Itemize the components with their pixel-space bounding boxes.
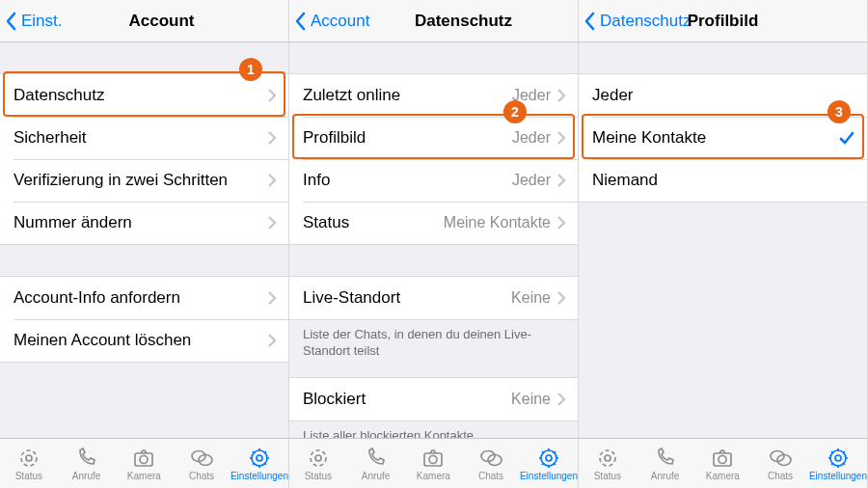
tab-chats[interactable]: Chats — [462, 439, 520, 488]
chevron-right-icon — [556, 89, 566, 102]
group-footer: Liste der Chats, in denen du deinen Live… — [289, 320, 578, 360]
status-icon — [306, 447, 331, 470]
tab-label: Status — [305, 471, 332, 481]
option-jeder[interactable]: Jeder — [579, 74, 867, 117]
row-nummer-aendern[interactable]: Nummer ändern — [0, 202, 288, 244]
check-icon — [838, 129, 855, 147]
chevron-right-icon — [267, 334, 277, 347]
tab-label: Status — [594, 471, 621, 481]
back-label: Account — [311, 12, 369, 31]
tab-anrufe[interactable]: Anrufe — [637, 439, 694, 488]
content: Zuletzt online Jeder Profilbild Jeder In… — [289, 42, 578, 438]
tab-chats[interactable]: Chats — [751, 439, 809, 488]
tab-label: Einstellungen — [520, 471, 578, 481]
row-blockiert[interactable]: Blockiert Keine — [289, 378, 578, 420]
option-label: Meine Kontakte — [592, 128, 838, 148]
svg-point-8 — [311, 450, 326, 466]
row-value: Jeder — [512, 172, 551, 189]
row-live-standort[interactable]: Live-Standort Keine — [289, 277, 578, 319]
svg-point-19 — [719, 455, 726, 463]
option-niemand[interactable]: Niemand — [579, 159, 867, 202]
settings-group-1: Datenschutz Sicherheit Verifizierung in … — [0, 73, 288, 245]
row-profilbild[interactable]: Profilbild Jeder — [289, 117, 578, 159]
option-meine-kontakte[interactable]: Meine Kontakte — [579, 117, 867, 159]
tab-label: Anrufe — [651, 471, 679, 481]
content: Datenschutz Sicherheit Verifizierung in … — [0, 42, 288, 438]
row-account-loeschen[interactable]: Meinen Account löschen — [0, 319, 288, 362]
option-label: Niemand — [592, 171, 855, 190]
tab-kamera[interactable]: Kamera — [404, 439, 462, 488]
row-zuletzt-online[interactable]: Zuletzt online Jeder — [289, 74, 578, 117]
svg-point-3 — [140, 455, 148, 463]
svg-point-7 — [257, 455, 262, 461]
camera-icon — [710, 447, 735, 470]
chevron-right-icon — [556, 291, 566, 305]
chats-icon — [478, 447, 503, 470]
tab-anrufe[interactable]: Anrufe — [58, 439, 116, 488]
tab-label: Chats — [768, 471, 793, 481]
chevron-right-icon — [556, 393, 566, 406]
tab-status[interactable]: Status — [289, 439, 347, 488]
chevron-right-icon — [267, 216, 277, 230]
svg-point-0 — [21, 450, 37, 466]
tab-einstellungen[interactable]: Einstellungen — [520, 439, 578, 488]
tab-label: Kamera — [706, 471, 740, 481]
tab-status[interactable]: Status — [579, 439, 637, 488]
chevron-right-icon — [267, 131, 277, 145]
tab-label: Einstellungen — [231, 471, 288, 481]
tab-bar: Status Anrufe Kamera Chats Einstellungen — [579, 438, 867, 488]
row-label: Datenschutz — [14, 86, 267, 105]
camera-icon — [420, 447, 446, 470]
privacy-group-2: Live-Standort Keine — [289, 276, 578, 320]
status-icon — [16, 447, 41, 470]
row-info[interactable]: Info Jeder — [289, 159, 578, 202]
chevron-right-icon — [556, 131, 566, 145]
gear-icon — [247, 447, 272, 470]
tab-status[interactable]: Status — [0, 439, 58, 488]
tab-label: Chats — [478, 471, 503, 481]
row-label: Meinen Account löschen — [14, 331, 267, 350]
row-sicherheit[interactable]: Sicherheit — [0, 117, 288, 159]
svg-point-9 — [315, 455, 321, 461]
back-button[interactable]: Account — [295, 12, 369, 31]
gear-icon — [826, 447, 851, 470]
row-verifizierung[interactable]: Verifizierung in zwei Schritten — [0, 159, 288, 202]
back-button[interactable]: Datenschutz — [584, 12, 692, 31]
back-button[interactable]: Einst. — [6, 12, 63, 31]
row-datenschutz[interactable]: Datenschutz — [0, 74, 288, 117]
svg-point-23 — [835, 455, 841, 461]
tab-label: Anrufe — [72, 471, 100, 481]
camera-icon — [131, 447, 156, 470]
phone-icon — [74, 447, 99, 470]
content: Jeder Meine Kontakte Niemand — [579, 42, 867, 438]
row-label: Zuletzt online — [303, 86, 512, 105]
tab-label: Status — [15, 471, 42, 481]
tab-anrufe[interactable]: Anrufe — [347, 439, 405, 488]
row-label: Status — [303, 213, 444, 232]
chevron-right-icon — [556, 216, 566, 230]
option-group: Jeder Meine Kontakte Niemand — [579, 73, 867, 203]
tab-einstellungen[interactable]: Einstellungen — [809, 439, 867, 488]
svg-point-17 — [605, 455, 610, 461]
row-label: Blockiert — [303, 390, 511, 409]
row-label: Profilbild — [303, 128, 512, 148]
chevron-right-icon — [267, 174, 277, 187]
tab-chats[interactable]: Chats — [173, 439, 231, 488]
chevron-right-icon — [556, 174, 566, 187]
status-icon — [595, 447, 620, 470]
option-label: Jeder — [592, 86, 855, 105]
tab-einstellungen[interactable]: Einstellungen — [231, 439, 288, 488]
row-label: Live-Standort — [303, 288, 511, 308]
tab-kamera[interactable]: Kamera — [693, 439, 751, 488]
nav-bar: Einst. Account — [0, 0, 288, 42]
tab-label: Kamera — [127, 471, 161, 481]
tab-kamera[interactable]: Kamera — [115, 439, 173, 488]
gear-icon — [536, 447, 561, 470]
privacy-group-1: Zuletzt online Jeder Profilbild Jeder In… — [289, 73, 578, 245]
chevron-left-icon — [295, 12, 307, 31]
row-status[interactable]: Status Meine Kontakte — [289, 202, 578, 244]
row-value: Meine Kontakte — [444, 214, 551, 231]
row-account-info[interactable]: Account-Info anfordern — [0, 277, 288, 319]
chevron-left-icon — [584, 12, 596, 31]
nav-bar: Datenschutz Profilbild — [579, 0, 867, 42]
